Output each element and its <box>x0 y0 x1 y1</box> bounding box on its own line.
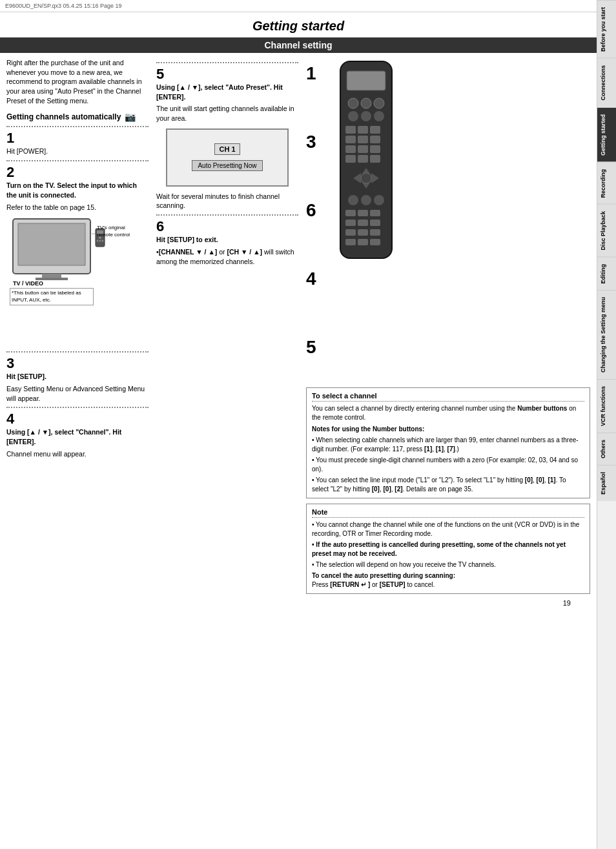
to-select-channel-bullet-1: • When selecting cable channels which ar… <box>312 436 584 454</box>
note-box-title: Note <box>312 508 584 518</box>
auto-presetting-btn: Auto Presetting Now <box>192 160 262 171</box>
to-select-channel-heading2: Notes for using the Number buttons: <box>312 425 584 434</box>
note-box: Note • You cannot change the channel whi… <box>306 504 590 594</box>
svg-rect-40 <box>358 210 368 216</box>
svg-rect-2 <box>42 274 61 278</box>
step-5-num: 5 <box>156 67 298 81</box>
sidebar-tab-others[interactable]: Others <box>597 433 616 465</box>
svg-point-38 <box>374 195 384 205</box>
dotted-sep-3 <box>6 351 149 353</box>
col-left: Right after the purchase of the unit and… <box>6 58 149 594</box>
step-4-sub: Channel menu will appear. <box>6 449 149 459</box>
svg-rect-46 <box>358 229 368 236</box>
col-right: 1 3 6 4 5 <box>306 58 590 594</box>
svg-rect-1 <box>18 223 85 265</box>
svg-rect-26 <box>358 145 368 153</box>
svg-rect-47 <box>370 229 380 236</box>
step-3-text: Hit [SETUP]. <box>6 372 149 382</box>
tv-note-label: *This button can be labeled as INPUT, AU… <box>10 288 94 305</box>
section-header: Channel setting <box>0 37 597 53</box>
note-box-cancel: To cancel the auto presetting during sca… <box>312 571 584 589</box>
svg-rect-21 <box>370 126 380 134</box>
svg-rect-50 <box>370 239 380 245</box>
dotted-sep-5 <box>156 62 298 63</box>
big-num-1: 1 <box>306 65 319 83</box>
tv-input-label: TV / VIDEO <box>13 280 43 287</box>
svg-rect-42 <box>345 220 356 226</box>
svg-point-13 <box>348 98 358 108</box>
step-1-num: 1 <box>6 131 149 145</box>
svg-rect-39 <box>345 210 356 216</box>
sidebar-tab-getting-started[interactable]: Getting started <box>597 107 616 162</box>
sidebar-tab-changing-setting[interactable]: Changing the Setting menu <box>597 290 616 379</box>
sidebar-tab-editing[interactable]: Editing <box>597 257 616 291</box>
svg-rect-20 <box>358 126 368 134</box>
dotted-sep-6 <box>156 214 298 216</box>
step-1-text: Hit [POWER]. <box>6 147 149 156</box>
svg-point-35 <box>361 173 371 183</box>
step-2-num: 2 <box>6 165 149 179</box>
step-3-sub: Easy Setting Menu or Advanced Setting Me… <box>6 384 149 403</box>
step-numbers-col: 1 3 6 4 5 <box>306 58 319 382</box>
svg-rect-29 <box>358 155 368 163</box>
step-3-num: 3 <box>6 356 149 371</box>
big-num-3: 3 <box>306 133 319 151</box>
svg-rect-23 <box>358 136 368 143</box>
svg-rect-49 <box>358 239 368 245</box>
step-2-text: Turn on the TV. Select the input to whic… <box>6 181 149 199</box>
camera-icon: 📷 <box>125 112 136 122</box>
step-4-text: Using [▲ / ▼], select "Channel". Hit [EN… <box>6 427 149 446</box>
sidebar-tab-recording[interactable]: Recording <box>597 162 616 205</box>
svg-point-36 <box>348 195 358 205</box>
sidebar-tab-connections[interactable]: Connections <box>597 58 616 107</box>
svg-rect-22 <box>345 136 356 143</box>
sidebar-tab-espanol[interactable]: Español <box>597 465 616 501</box>
big-num-4: 4 <box>306 270 319 288</box>
svg-rect-24 <box>370 136 380 143</box>
sidebar-tab-before-you-start[interactable]: Before you start <box>597 0 616 58</box>
page-title: Getting started <box>0 12 597 37</box>
remote-svg <box>324 58 408 265</box>
step-2-note: Refer to the table on page 15. <box>6 203 149 212</box>
svg-rect-27 <box>370 145 380 153</box>
meta-info: E9600UD_EN/SP.qx3 05.4.25 15:16 Page 19 <box>0 0 616 12</box>
step-6-bullet: •[CHANNEL ▼ / ▲] or [CH ▼ / ▲] will swit… <box>156 247 298 266</box>
sidebar-tab-vcr-functions[interactable]: VCR functions <box>597 379 616 433</box>
big-num-5: 5 <box>306 338 319 356</box>
note-box-bullet-1: • You cannot change the channel while on… <box>312 520 584 538</box>
svg-rect-28 <box>345 155 356 163</box>
svg-point-7 <box>97 240 99 242</box>
svg-rect-44 <box>370 220 380 226</box>
svg-rect-45 <box>345 229 356 236</box>
svg-point-17 <box>361 111 371 121</box>
ch1-label: CH 1 <box>214 143 240 155</box>
page-number: 19 <box>0 597 597 609</box>
to-select-channel-box: To select a channel You can select a cha… <box>306 387 590 498</box>
remote-and-numbers: 1 3 6 4 5 <box>306 58 590 382</box>
svg-rect-30 <box>370 155 380 163</box>
svg-point-15 <box>374 98 384 108</box>
svg-rect-12 <box>347 71 385 90</box>
col-middle: 5 Using [▲ / ▼], select "Auto Preset". H… <box>156 58 298 594</box>
sidebar-tab-disc-playback[interactable]: Disc Playback <box>597 204 616 257</box>
step-5-text: Using [▲ / ▼], select "Auto Preset". Hit… <box>156 83 298 101</box>
to-select-channel-title: To select a channel <box>312 392 584 402</box>
tv-remote-label: TV's original remote control <box>97 225 136 238</box>
svg-rect-25 <box>345 145 356 153</box>
svg-rect-41 <box>370 210 380 216</box>
intro-text: Right after the purchase of the unit and… <box>6 58 149 105</box>
main-content: Getting started Channel setting Right af… <box>0 12 597 609</box>
dotted-sep-2 <box>6 160 149 161</box>
svg-rect-19 <box>345 126 356 134</box>
to-select-channel-bullet-2: • You must precede single-digit channel … <box>312 456 584 474</box>
dotted-sep-1 <box>6 126 149 127</box>
step-6-text: Hit [SETUP] to exit. <box>156 235 298 245</box>
subheading: Getting channels automatically 📷 <box>6 112 149 122</box>
note-box-bullet-3: • The selection will depend on how you r… <box>312 560 584 569</box>
right-sidebar: Before you start Connections Getting sta… <box>597 0 616 849</box>
auto-preset-screen: CH 1 Auto Presetting Now <box>166 128 289 187</box>
dotted-sep-4 <box>6 407 149 408</box>
svg-point-14 <box>361 98 371 108</box>
svg-point-9 <box>102 240 104 242</box>
subheading-text: Getting channels automatically <box>6 112 121 121</box>
